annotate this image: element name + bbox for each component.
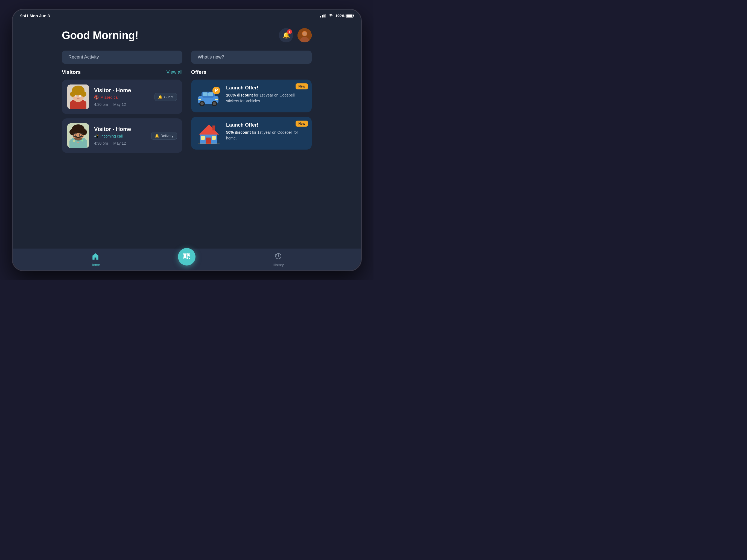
svg-rect-47	[199, 99, 201, 100]
nav-history[interactable]: History	[196, 252, 361, 267]
history-nav-icon	[275, 252, 282, 262]
svg-rect-48	[215, 99, 218, 100]
offer-desc-1: 100% discount for 1st year on Codebell s…	[226, 93, 306, 104]
visitor-photo-2	[67, 123, 89, 148]
incoming-call-icon: 📲	[94, 134, 99, 138]
status-bar: 9:41 Mon Jun 3 100%	[12, 9, 361, 22]
visit-date-1: May 12	[113, 102, 126, 107]
call-status-2: 📲 Incoming call	[94, 134, 146, 138]
visitor-time-2: 4:30 pm May 12	[94, 141, 146, 146]
visit-time-2: 4:30 pm	[94, 141, 108, 146]
svg-point-14	[75, 87, 81, 93]
offer-title-2: Launch Offer!	[226, 122, 306, 128]
offer-desc-2: 50% discount for 1st year on Codebell fo…	[226, 130, 306, 141]
svg-rect-55	[212, 136, 216, 140]
visitor-photo-1	[67, 84, 89, 109]
offer-info-1: Launch Offer! 100% discount for 1st year…	[226, 85, 306, 107]
svg-point-3	[302, 31, 307, 36]
qr-icon	[183, 252, 190, 261]
visitor-tag-1: 🔔 Guest	[154, 93, 177, 101]
svg-point-23	[77, 142, 79, 143]
offer-image-1: P	[197, 85, 221, 107]
svg-rect-64	[187, 256, 188, 258]
svg-point-18	[80, 96, 81, 97]
svg-rect-57	[198, 144, 220, 144]
notification-badge: 3	[287, 29, 292, 34]
offer-badge-2: New	[295, 121, 308, 127]
call-status-1: 📵 Missed call	[94, 95, 150, 100]
battery-icon	[345, 14, 353, 18]
scan-qr-button[interactable]	[178, 248, 196, 265]
battery-text: 100%	[335, 14, 344, 18]
user-avatar[interactable]	[298, 28, 312, 42]
visit-time-1: 4:30 pm	[94, 102, 108, 107]
svg-point-44	[200, 102, 204, 105]
visitor-tag-container-1: 🔔 Guest	[154, 93, 177, 101]
wifi-icon	[328, 14, 333, 18]
header-actions: 🔔 3	[279, 28, 312, 42]
svg-point-22	[73, 140, 75, 142]
svg-rect-65	[189, 256, 190, 257]
offer-card-2[interactable]: Launch Offer! 50% discount for 1st year …	[191, 117, 312, 150]
recent-activity-tab: Recent Activity	[62, 51, 182, 64]
visitor-info-2: Visitor - Home 📲 Incoming call 4:30 pm M…	[94, 126, 146, 146]
incoming-call-text: Incoming call	[100, 134, 123, 138]
offer-card-1[interactable]: P Launch Offer! 100% discount for 1st ye…	[191, 80, 312, 112]
recent-activity-column: Recent Activity Visitors View all	[62, 51, 182, 157]
missed-call-icon: 📵	[94, 95, 99, 100]
tag-icon-1: 🔔	[158, 95, 162, 99]
tag-icon-2: 🔔	[155, 134, 159, 138]
offer-info-2: Launch Offer! 50% discount for 1st year …	[226, 122, 306, 144]
visitor-card-1[interactable]: Visitor - Home 📵 Missed call 4:30 pm May…	[62, 80, 182, 114]
svg-text:P: P	[215, 88, 218, 93]
svg-point-37	[81, 134, 82, 136]
svg-rect-61	[188, 253, 189, 255]
svg-point-32	[75, 125, 82, 132]
tag-label-1: Guest	[164, 95, 173, 99]
status-icons: 100%	[320, 14, 353, 18]
device-frame: 9:41 Mon Jun 3 100% Good Morning!	[12, 9, 362, 271]
visitors-header: Visitors View all	[62, 69, 182, 75]
svg-rect-66	[187, 258, 188, 259]
main-content: Good Morning! 🔔 3	[12, 22, 361, 250]
visitors-label: Visitors	[62, 69, 81, 75]
offer-badge-1: New	[295, 83, 308, 90]
visitor-card-2[interactable]: Visitor - Home 📲 Incoming call 4:30 pm M…	[62, 119, 182, 153]
svg-rect-41	[203, 93, 208, 96]
greeting-text: Good Morning!	[62, 29, 138, 42]
whats-new-column: What's new? Offers	[191, 51, 312, 157]
svg-rect-59	[184, 253, 186, 255]
svg-point-46	[213, 102, 216, 105]
visitor-time-1: 4:30 pm May 12	[94, 102, 150, 107]
svg-rect-53	[206, 137, 211, 144]
svg-point-24	[81, 140, 83, 142]
nav-home[interactable]: Home	[12, 252, 178, 267]
missed-call-text: Missed call	[100, 95, 119, 100]
whats-new-tab: What's new?	[191, 51, 312, 64]
header: Good Morning! 🔔 3	[62, 28, 312, 42]
visitor-name-2: Visitor - Home	[94, 126, 146, 132]
bottom-nav: Home	[12, 249, 361, 271]
visitor-tag-container-2: 🔔 Delivery	[151, 132, 177, 140]
visitor-info-1: Visitor - Home 📵 Missed call 4:30 pm May…	[94, 87, 150, 107]
visit-date-2: May 12	[113, 141, 126, 146]
svg-rect-56	[212, 126, 215, 130]
svg-rect-63	[184, 257, 186, 258]
content-grid: Recent Activity Visitors View all	[62, 51, 312, 157]
offer-image-2	[197, 122, 221, 144]
svg-rect-42	[208, 93, 213, 96]
visitor-tag-2: 🔔 Delivery	[151, 132, 177, 140]
signal-bars-icon	[320, 14, 326, 18]
notification-button[interactable]: 🔔 3	[279, 28, 293, 42]
tag-label-2: Delivery	[160, 134, 173, 138]
history-nav-label: History	[273, 263, 284, 267]
svg-marker-52	[199, 124, 219, 134]
svg-rect-54	[201, 136, 205, 140]
home-nav-label: Home	[91, 263, 100, 267]
visitor-name-1: Visitor - Home	[94, 87, 150, 94]
home-nav-icon	[92, 252, 99, 262]
status-time: 9:41 Mon Jun 3	[20, 14, 50, 18]
view-all-link[interactable]: View all	[166, 70, 182, 75]
svg-point-36	[75, 134, 76, 136]
offers-label: Offers	[191, 69, 312, 75]
